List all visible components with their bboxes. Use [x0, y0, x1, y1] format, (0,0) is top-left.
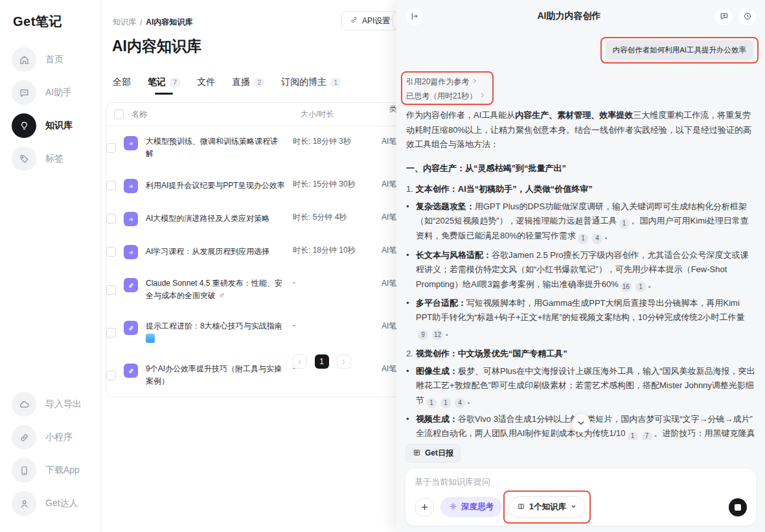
thought-toggle[interactable]: 已思考（用时21秒）: [406, 89, 486, 103]
tab-all[interactable]: 全部: [113, 74, 131, 95]
stop-generation-button[interactable]: [729, 498, 747, 516]
history-icon[interactable]: [738, 8, 756, 25]
bullet-marker: •: [406, 248, 416, 292]
chat-title: AI助力内容创作: [423, 10, 715, 22]
sidebar-item-label: 标签: [45, 153, 63, 165]
newspaper-icon: [413, 448, 421, 459]
chat-header: AI助力内容创作: [396, 0, 765, 32]
tab-count-badge: 2: [254, 78, 264, 87]
sidebar-item-download-app[interactable]: 下载App: [12, 458, 82, 483]
answer-subheading: 1.文本创作：AI当“初稿助手”，人类做“价值终审”: [406, 182, 755, 197]
sidebar-item-get-expert[interactable]: Get达人: [12, 491, 82, 516]
cloud-icon: [12, 392, 36, 417]
sidebar-item-import-export[interactable]: 导入导出: [12, 392, 82, 417]
citation-chip[interactable]: 12: [432, 330, 443, 340]
answer-bullet: •图像生成：极梦、可林Plus在中文海报设计上碾压海外工具，输入“国风美妆新品海…: [406, 364, 755, 408]
citation-chip[interactable]: 1: [635, 282, 646, 292]
collapse-panel-icon[interactable]: [405, 8, 423, 25]
chat-input[interactable]: 基于当前知识库提问: [415, 476, 747, 488]
next-page-button[interactable]: [337, 354, 351, 369]
attach-button[interactable]: [415, 498, 434, 517]
sidebar-item-home[interactable]: 首页: [12, 47, 100, 72]
user-message-bubble: 内容创作者如何利用AI工具提升办公效率: [606, 40, 753, 60]
answer-subheading: 2.视觉创作：中文场景优先“国产专精工具”: [406, 347, 755, 362]
link-file-icon: [124, 278, 138, 292]
ai-chat-panel: AI助力内容创作 内容创作者如何利用AI工具提升办公效率 引用20篇作为参考 已…: [396, 0, 765, 532]
tab-count-badge: 1: [330, 78, 341, 87]
page-title: AI内容知识库: [112, 36, 201, 56]
answer-bullet: •多平台适配：写短视频脚本时，用Gamma生成PPT大纲后直接导出分镜脚本，再用…: [406, 296, 755, 340]
citation-chip[interactable]: 9: [418, 330, 428, 340]
tab-subscribed-bloggers[interactable]: 订阅的博主1: [281, 74, 341, 95]
sidebar-item-tags[interactable]: 标签: [12, 146, 100, 171]
person-icon: [12, 491, 36, 516]
note-title: 提示工程进阶：8大核心技巧与实战指南: [146, 320, 285, 345]
api-settings-button[interactable]: API设置: [341, 11, 398, 30]
citation-chip[interactable]: 1: [619, 218, 630, 229]
get-daily-button[interactable]: Get日报: [405, 444, 461, 463]
select-all-checkbox[interactable]: [114, 110, 124, 119]
phone-icon: [12, 458, 36, 483]
note-title: Claude Sonnet 4.5 重磅发布：性能、安全与成本的全面突破: [146, 277, 285, 302]
home-icon: [12, 47, 36, 72]
breadcrumb-root[interactable]: 知识库: [113, 17, 136, 28]
citation-chip[interactable]: 4: [455, 398, 465, 408]
applet-icon: [12, 425, 36, 450]
citation-chip[interactable]: 16: [621, 282, 632, 292]
row-checkbox[interactable]: [106, 143, 116, 153]
row-checkbox[interactable]: [106, 247, 116, 257]
note-title: AI学习课程：从发展历程到应用选择: [146, 246, 285, 258]
rocket-emoji: [216, 291, 226, 300]
note-duration: 时长: 18分钟 3秒: [293, 136, 374, 147]
breadcrumb: 知识库 / AI内容知识库: [113, 17, 192, 28]
scroll-to-bottom-button[interactable]: [572, 414, 590, 432]
chat-input-card[interactable]: 基于当前知识库提问 深度思考 1个知识库: [405, 468, 756, 526]
citations-toggle[interactable]: 引用20篇作为参考: [406, 75, 486, 89]
answer-bullet: •长文本与风格适配：谷歌Jamen 2.5 Pro擅长万字级内容创作，尤其适合公…: [406, 248, 755, 292]
note-duration: 时长: 5分钟 4秒: [293, 212, 374, 223]
new-chat-icon[interactable]: [715, 8, 733, 25]
note-duration: -: [293, 321, 374, 330]
row-checkbox[interactable]: [106, 371, 116, 380]
note-title: 利用AI提升会议纪要与PPT呈现办公效率: [146, 179, 285, 192]
row-checkbox[interactable]: [106, 285, 116, 295]
tab-count-badge: 7: [170, 78, 180, 87]
sidebar-item-label: 首页: [45, 54, 63, 65]
bullet-marker: •: [406, 200, 416, 244]
assistant-message: 作为内容创作者，AI工具能从内容生产、素材管理、效率提效三大维度重构工作流，将重…: [406, 108, 755, 440]
citation-chip[interactable]: 1: [440, 398, 451, 408]
knowledge-base-selector[interactable]: 1个知识库: [508, 496, 586, 518]
caret-down-icon: [570, 503, 577, 512]
note-title: 大模型预训练、微调和训练策略课程讲解: [146, 135, 285, 160]
book-icon: [517, 502, 525, 513]
answer-bullet: •复杂选题攻坚：用GPT Plus的DPS功能做深度调研，输入关键词即可生成结构…: [406, 200, 755, 244]
citation-chip[interactable]: 1: [628, 432, 638, 441]
sidebar-item-knowledge-base[interactable]: 知识库: [12, 113, 100, 138]
stop-icon: [735, 504, 741, 511]
citation-chip[interactable]: 7: [642, 432, 652, 441]
tab-files[interactable]: 文件: [197, 74, 215, 95]
row-checkbox[interactable]: [106, 328, 116, 338]
note-duration: 时长: 15分钟 30秒: [293, 179, 374, 190]
blue-square-emoji: [146, 334, 155, 343]
sidebar-item-ai-assistant[interactable]: AI助手: [12, 80, 100, 105]
citation-chip[interactable]: 4: [592, 234, 602, 244]
bulb-icon: [12, 113, 36, 138]
tag-icon: [12, 146, 36, 171]
row-checkbox[interactable]: [106, 214, 116, 224]
sidebar: Get笔记 首页AI助手知识库标签 导入导出小程序下载AppGet达人: [0, 0, 101, 532]
prev-page-button[interactable]: [293, 354, 307, 369]
sidebar-item-label: 知识库: [45, 120, 73, 132]
link-icon: [350, 16, 358, 26]
chat-icon: [12, 80, 36, 105]
media-file-icon: [124, 179, 138, 193]
deep-think-toggle[interactable]: 深度思考: [440, 497, 502, 517]
tab-live[interactable]: 直播2: [232, 74, 264, 95]
current-page[interactable]: 1: [315, 354, 329, 369]
sidebar-item-mini-program[interactable]: 小程序: [12, 425, 82, 450]
citation-chip[interactable]: 1: [426, 398, 437, 408]
row-checkbox[interactable]: [106, 181, 116, 191]
chat-response-area: 引用20篇作为参考 已思考（用时21秒） 作为内容创作者，AI工具能从内容生产、…: [396, 63, 765, 440]
citation-chip[interactable]: 1: [578, 234, 588, 244]
tab-notes[interactable]: 笔记7: [148, 74, 180, 95]
